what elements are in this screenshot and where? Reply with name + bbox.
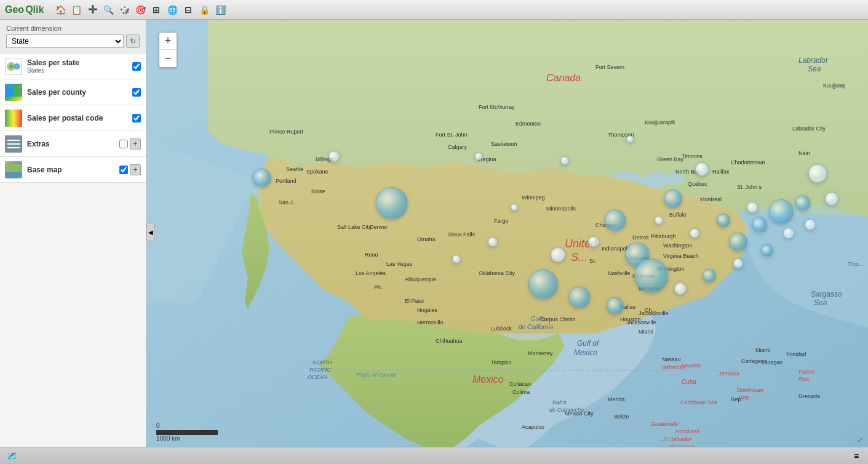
layer-checkbox-sales-per-county[interactable] [132, 88, 141, 97]
svg-text:Mexico: Mexico [472, 374, 504, 385]
svg-text:Minneapolis: Minneapolis [546, 206, 576, 212]
table-icon[interactable]: 📋 [70, 3, 83, 17]
map-icon[interactable]: 🗺️ [5, 449, 18, 463]
svg-text:Mexico: Mexico [574, 348, 597, 357]
svg-text:Houston: Houston [620, 316, 641, 322]
svg-text:Sioux Falls: Sioux Falls [448, 231, 476, 238]
svg-text:Green Bay: Green Bay [657, 156, 684, 162]
layer-item-base-map[interactable]: Base map + [0, 157, 146, 183]
svg-text:Saskatoon: Saskatoon [491, 141, 517, 147]
svg-rect-3 [5, 88, 14, 97]
layer-title-base-map: Base map [27, 166, 119, 174]
svg-text:Montréal: Montréal [700, 196, 722, 202]
svg-text:Timmins: Timmins [682, 153, 703, 159]
layer-add-button-extras[interactable]: + [130, 138, 141, 150]
layer-checkbox-sales-per-state[interactable] [132, 62, 141, 71]
svg-text:Québec: Québec [688, 181, 707, 187]
svg-text:Omaha: Omaha [417, 236, 436, 242]
svg-text:Caribbean Sea: Caribbean Sea [680, 399, 717, 406]
svg-text:Miami: Miami [755, 347, 770, 353]
zoom-in-button[interactable]: + [159, 33, 177, 50]
svg-text:Sea: Sea [814, 298, 827, 307]
svg-text:Trop...: Trop... [848, 261, 863, 267]
svg-text:Tropic of Cancer: Tropic of Cancer [356, 372, 397, 378]
svg-point-2 [10, 65, 14, 68]
dimension-select[interactable]: State [6, 34, 124, 48]
search-icon[interactable]: 🔍 [102, 3, 115, 17]
lock-icon[interactable]: 🔒 [197, 3, 211, 17]
svg-text:Regina: Regina [479, 156, 496, 162]
svg-text:Bahamas: Bahamas [662, 364, 686, 370]
svg-text:Louisville: Louisville [626, 255, 649, 261]
svg-text:Sea: Sea [808, 65, 821, 73]
app-logo: GeoQlik [5, 4, 44, 15]
svg-text:Thompson: Thompson [608, 132, 634, 138]
svg-text:San J...: San J... [279, 199, 298, 206]
layer-item-sales-per-state[interactable]: Sales per state States [0, 54, 146, 79]
svg-text:Buffalo: Buffalo [669, 212, 687, 218]
map-area[interactable]: Canada United S... Mexico Golfo de Calif… [146, 20, 868, 447]
svg-text:El Salvador: El Salvador [663, 436, 692, 442]
svg-text:Rep.: Rep. [731, 396, 743, 402]
dimension-select-row: State ↻ [6, 34, 140, 48]
collapse-sidebar-button[interactable]: ◀ [146, 223, 155, 241]
layer-checkbox-sales-per-postal[interactable] [132, 114, 141, 122]
svg-text:Indianapolis: Indianapolis [602, 246, 632, 252]
svg-text:Ch...: Ch... [645, 307, 656, 313]
svg-text:Washington: Washington [663, 242, 692, 249]
globe-icon[interactable]: 🌐 [165, 3, 179, 17]
svg-text:Miami: Miami [639, 329, 653, 335]
layer-title-sales-per-postal: Sales per postal code [27, 114, 132, 122]
svg-text:Charlottetown: Charlottetown [731, 159, 765, 166]
layer-checkbox-extras[interactable] [119, 140, 128, 148]
svg-text:Curaçao: Curaçao [762, 359, 782, 366]
layer-item-sales-per-county[interactable]: Sales per county [0, 79, 146, 105]
grid-icon[interactable]: ⊞ [149, 3, 163, 17]
svg-text:Nain: Nain [798, 150, 810, 156]
scale-bar: 0 1000 km [156, 422, 218, 442]
home-icon[interactable]: 🏠 [54, 3, 67, 17]
scale-line [156, 430, 218, 435]
layer-icon-sales-per-state [5, 58, 22, 75]
svg-text:Los Angeles: Los Angeles [356, 270, 386, 276]
refresh-button[interactable]: ↻ [126, 34, 140, 48]
sidebar: Current dimension State ↻ Sales per stat… [0, 20, 146, 447]
svg-text:Guatemala: Guatemala [651, 421, 678, 427]
svg-text:Labrador: Labrador [798, 56, 829, 65]
svg-text:Las Vegas: Las Vegas [386, 261, 413, 267]
svg-text:El Paso: El Paso [405, 298, 424, 304]
svg-text:NORTH: NORTH [313, 359, 332, 366]
svg-text:Prince Rupert: Prince Rupert [269, 129, 304, 135]
svg-text:Denver: Denver [370, 224, 388, 230]
filter-icon[interactable]: ⊟ [181, 3, 195, 17]
layer-checkbox-base-map[interactable] [119, 166, 128, 174]
svg-text:Portland: Portland [276, 178, 297, 184]
svg-text:Nassau: Nassau [662, 356, 681, 362]
svg-text:Corpus Christi: Corpus Christi [540, 316, 575, 322]
svg-text:Grenada: Grenada [798, 393, 820, 399]
svg-text:Belize: Belize [614, 414, 629, 420]
zoom-out-button[interactable]: − [159, 50, 177, 67]
svg-text:PACIFIC: PACIFIC [309, 367, 331, 373]
layer-title-extras: Extras [27, 140, 119, 148]
toolbar: 🏠 📋 ✛ 🔍 🎲 🎯 ⊞ 🌐 ⊟ 🔒 ℹ️ [54, 3, 227, 17]
svg-text:Monterrey: Monterrey [528, 350, 553, 356]
svg-text:Fargo: Fargo [494, 218, 509, 224]
data-icon[interactable]: 🎲 [117, 3, 131, 17]
layer-add-button-base-map[interactable]: + [130, 164, 141, 175]
menu-icon[interactable]: ≡ [850, 449, 863, 463]
crosshair-icon[interactable]: ✛ [86, 3, 99, 17]
layer-item-sales-per-postal[interactable]: Sales per postal code [0, 105, 146, 131]
svg-text:Chihuahua: Chihuahua [436, 338, 463, 344]
svg-text:Trinidad: Trinidad [786, 351, 806, 358]
layer-subtitle-sales-per-state: States [27, 67, 132, 74]
map-svg: Canada United S... Mexico Golfo de Calif… [146, 20, 868, 447]
info-icon[interactable]: ℹ️ [213, 3, 227, 17]
layer-item-extras[interactable]: Extras + [0, 131, 146, 157]
svg-text:Memphis: Memphis [639, 286, 661, 292]
map-expand-icon[interactable]: ⤢ [857, 436, 863, 444]
svg-text:Billings: Billings [316, 156, 333, 162]
svg-text:Boise: Boise [311, 188, 325, 194]
svg-text:Spokane: Spokane [306, 169, 328, 175]
target-icon[interactable]: 🎯 [133, 3, 147, 17]
